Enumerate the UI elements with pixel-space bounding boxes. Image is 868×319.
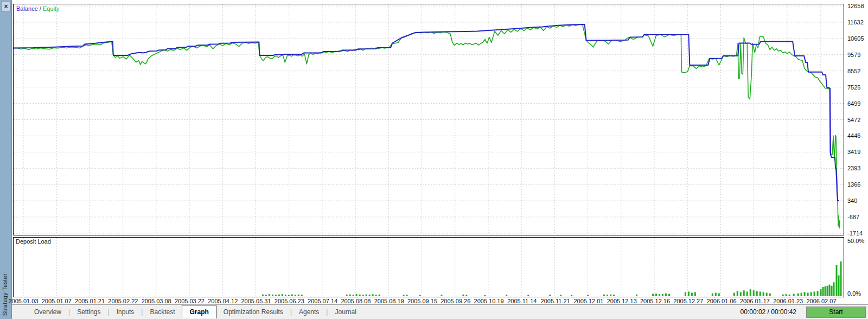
chart-legend: Balance / Equity: [16, 5, 60, 12]
x-tick-label: 2005.04.12: [208, 298, 238, 304]
tab-optimization-results[interactable]: Optimization Results: [216, 305, 290, 319]
y-tick-label: 1366: [847, 181, 860, 188]
x-tick-label: 2005.10.19: [474, 298, 504, 304]
balance-equity-plot[interactable]: [14, 4, 844, 235]
legend-equity: Equity: [43, 5, 60, 12]
tab-inputs[interactable]: Inputs: [110, 305, 142, 319]
y-axis: 1265811632106059579855275256499547244463…: [844, 4, 868, 235]
y-tick-label: 9579: [847, 52, 860, 58]
deposit-load-chart[interactable]: Deposit Load: [13, 237, 844, 297]
x-tick-label: 2006.01.06: [707, 298, 737, 304]
x-tick-label: 2006.01.23: [773, 298, 803, 304]
tab-journal[interactable]: Journal: [328, 305, 363, 319]
tester-tabs: Overview | Settings | Inputs | Backtest …: [12, 305, 363, 319]
x-tick-label: 2005.09.26: [441, 298, 470, 304]
x-tick-label: 2005.12.01: [573, 298, 603, 304]
deposit-y-tick-label: 0.0%: [847, 290, 861, 297]
elapsed-time: 00:00:02 / 00:00:42: [741, 308, 796, 316]
y-tick-label: 3419: [847, 149, 860, 155]
close-icon[interactable]: ×: [1, 2, 11, 11]
y-tick-label: 11632: [847, 19, 864, 25]
graph-tab-content: Balance / Equity 12658116321060595798552…: [12, 0, 868, 304]
x-tick-label: 2005.06.23: [275, 298, 304, 304]
x-axis: 2005.01.032005.01.072005.01.212005.02.22…: [13, 297, 844, 304]
legend-balance: Balance: [16, 5, 38, 12]
tester-bottom-bar: Overview | Settings | Inputs | Backtest …: [12, 304, 868, 319]
tab-settings[interactable]: Settings: [70, 305, 107, 319]
y-tick-label: 5472: [847, 117, 860, 123]
x-tick-label: 2005.01.03: [8, 298, 38, 304]
y-tick-label: 12658: [847, 3, 864, 9]
deposit-y-tick-label: 50.0%: [847, 238, 864, 244]
x-tick-label: 2005.08.19: [374, 298, 404, 304]
tester-status: 00:00:02 / 00:00:42 Start: [741, 305, 868, 319]
x-tick-label: 2005.07.14: [308, 298, 337, 304]
y-tick-label: 8552: [847, 68, 860, 74]
x-tick-label: 2005.01.21: [75, 298, 105, 304]
x-tick-label: 2006.02.07: [806, 298, 836, 304]
y-tick-label: -1714: [847, 230, 863, 237]
x-tick-label: 2005.11.21: [541, 298, 570, 304]
panel-title: Strategy Tester: [2, 273, 8, 316]
x-tick-label: 2005.03.08: [142, 298, 171, 304]
x-tick-label: 2005.05.31: [241, 298, 271, 304]
y-tick-label: 2393: [847, 165, 860, 171]
x-tick-label: 2006.01.17: [740, 298, 770, 304]
tab-overview[interactable]: Overview: [27, 305, 68, 319]
y-tick-label: 6499: [847, 100, 860, 107]
strategy-tester-strip: × Strategy Tester: [0, 0, 12, 319]
deposit-load-label: Deposit Load: [16, 238, 51, 245]
y-tick-label: 10605: [847, 35, 864, 42]
x-tick-label: 2005.09.15: [407, 298, 437, 304]
x-tick-label: 2005.02.22: [108, 298, 138, 304]
x-tick-label: 2005.11.14: [507, 298, 537, 304]
y-tick-label: 7525: [847, 84, 860, 91]
x-tick-label: 2005.12.13: [607, 298, 637, 304]
x-tick-label: 2005.03.22: [175, 298, 205, 304]
y-tick-label: 4446: [847, 132, 860, 139]
deposit-load-plot[interactable]: [14, 238, 844, 297]
deposit-y-axis: 50.0%0.0%: [844, 237, 868, 297]
tab-graph[interactable]: Graph: [182, 305, 216, 318]
x-tick-label: 2005.12.27: [673, 298, 703, 304]
y-tick-label: 340: [847, 197, 857, 204]
start-button[interactable]: Start: [806, 307, 866, 318]
tab-backtest[interactable]: Backtest: [143, 305, 182, 319]
x-tick-label: 2005.08.08: [341, 298, 371, 304]
balance-equity-chart[interactable]: Balance / Equity: [13, 4, 844, 235]
x-tick-label: 2005.12.16: [640, 298, 670, 304]
y-tick-label: -687: [847, 214, 859, 220]
x-tick-label: 2005.01.07: [42, 298, 72, 304]
tab-agents[interactable]: Agents: [292, 305, 326, 319]
